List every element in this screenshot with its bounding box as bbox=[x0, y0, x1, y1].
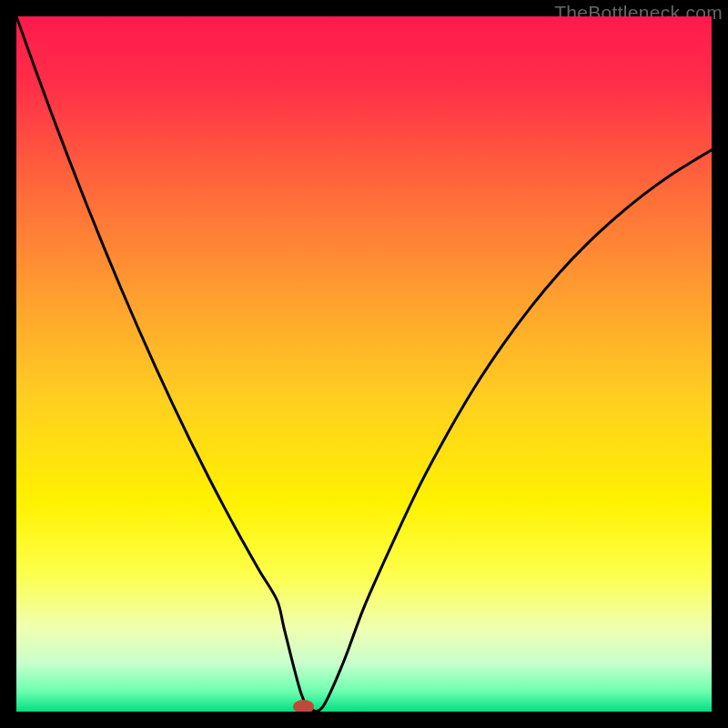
bottleneck-chart bbox=[16, 16, 712, 712]
chart-container: TheBottleneck.com bbox=[0, 0, 728, 728]
plot-area bbox=[16, 16, 712, 712]
